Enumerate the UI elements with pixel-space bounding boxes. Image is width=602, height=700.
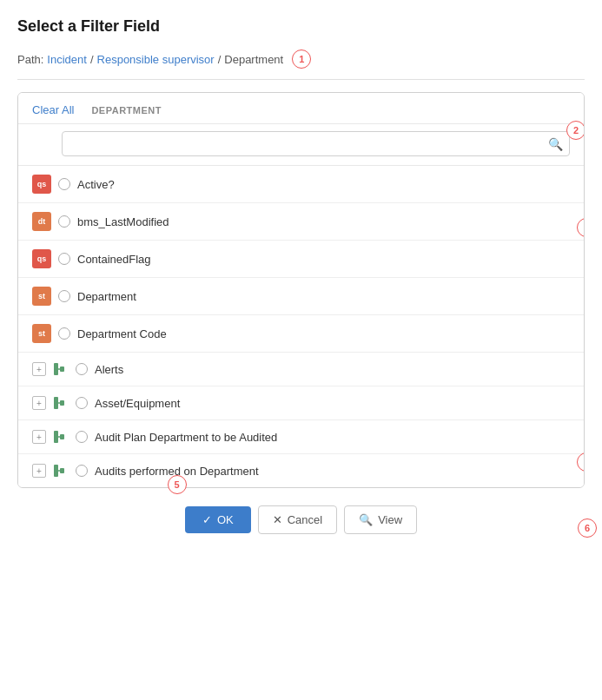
- relation-svg-icon: [53, 429, 69, 445]
- filter-panel: Clear All DEPARTMENT 🔍 2 3 4 qs Ac: [17, 92, 585, 488]
- path-label: Path:: [17, 53, 43, 66]
- svg-rect-9: [54, 465, 58, 477]
- svg-rect-10: [60, 468, 64, 473]
- search-input[interactable]: [62, 131, 570, 156]
- type-icon-qs: qs: [32, 175, 51, 194]
- radio-department[interactable]: [58, 290, 70, 302]
- field-row[interactable]: qs ContainedFlag: [18, 241, 584, 278]
- badge-3: 3: [577, 218, 585, 237]
- dialog-container: Select a Filter Field Path: Incident / R…: [17, 17, 585, 541]
- dialog-footer: 5 ✓ OK ✕ Cancel 🔍 View 6: [17, 502, 585, 541]
- badge-6: 6: [578, 518, 597, 538]
- path-department: Department: [224, 53, 283, 66]
- field-row[interactable]: + Audit Plan Department to be Audited: [18, 420, 584, 454]
- radio-bms-lastmodified[interactable]: [58, 215, 70, 228]
- type-icon-qs: qs: [32, 249, 51, 268]
- field-label: Alerts: [95, 363, 570, 376]
- type-icon-st: st: [32, 324, 51, 343]
- type-icon-st: st: [32, 287, 51, 306]
- svg-rect-7: [60, 434, 64, 439]
- relation-icon: [53, 429, 69, 445]
- expand-icon[interactable]: +: [32, 430, 46, 444]
- relation-svg-icon: [53, 395, 69, 411]
- path-incident[interactable]: Incident: [47, 53, 87, 66]
- radio-department-code[interactable]: [58, 327, 70, 340]
- relation-svg-icon: [53, 463, 69, 479]
- panel-header: Clear All DEPARTMENT: [18, 93, 584, 124]
- field-label: Department Code: [77, 327, 570, 340]
- field-row[interactable]: + Alerts: [18, 353, 584, 386]
- path-responsible-supervisor[interactable]: Responsible supervisor: [97, 53, 215, 66]
- svg-rect-4: [60, 400, 64, 406]
- type-icon-dt: dt: [32, 212, 51, 231]
- field-row[interactable]: + Audits performed on Department: [18, 454, 584, 487]
- radio-containedflag[interactable]: [58, 253, 70, 265]
- field-row[interactable]: st Department: [18, 278, 584, 315]
- ok-label: OK: [217, 513, 234, 526]
- search-icon: 🔍: [359, 513, 373, 526]
- badge-2: 2: [566, 121, 585, 140]
- dialog-title: Select a Filter Field: [17, 17, 585, 36]
- column-header: DEPARTMENT: [91, 105, 162, 116]
- relation-icon: [53, 361, 69, 377]
- radio-audit-plan[interactable]: [76, 431, 88, 443]
- ok-button[interactable]: ✓ OK: [185, 506, 251, 533]
- svg-rect-1: [60, 367, 64, 372]
- field-label: bms_LastModified: [77, 215, 570, 228]
- badge-4: 4: [577, 452, 585, 472]
- cancel-button[interactable]: ✕ Cancel: [258, 505, 337, 534]
- checkmark-icon: ✓: [202, 513, 212, 526]
- relation-icon: [53, 463, 69, 479]
- field-label: Audit Plan Department to be Audited: [95, 431, 570, 444]
- expand-icon[interactable]: +: [32, 362, 46, 376]
- badge-5: 5: [168, 475, 187, 494]
- search-row: 🔍 2: [18, 124, 584, 166]
- relation-icon: [53, 395, 69, 411]
- field-list: 3 4 qs Active? dt bms_LastModified qs: [18, 166, 584, 487]
- view-button[interactable]: 🔍 View: [344, 505, 417, 534]
- field-row[interactable]: + Asset/Equipment: [18, 386, 584, 420]
- field-row[interactable]: dt bms_LastModified: [18, 203, 584, 241]
- radio-alerts[interactable]: [76, 363, 88, 375]
- svg-rect-3: [54, 397, 58, 409]
- radio-asset-equipment[interactable]: [76, 397, 88, 409]
- radio-audits-performed[interactable]: [76, 465, 88, 477]
- clear-all-button[interactable]: Clear All: [32, 103, 74, 116]
- field-label: Asset/Equipment: [95, 397, 570, 410]
- expand-icon[interactable]: +: [32, 464, 46, 478]
- relation-svg-icon: [53, 361, 69, 377]
- field-label: Department: [77, 290, 570, 303]
- search-icon: 🔍: [548, 137, 563, 151]
- breadcrumb: Path: Incident / Responsible supervisor …: [17, 50, 585, 80]
- field-row[interactable]: st Department Code: [18, 315, 584, 353]
- field-row[interactable]: qs Active?: [18, 166, 584, 203]
- view-label: View: [378, 513, 402, 526]
- expand-icon[interactable]: +: [32, 396, 46, 410]
- radio-active[interactable]: [58, 178, 70, 190]
- svg-rect-6: [54, 431, 58, 443]
- close-icon: ✕: [273, 513, 282, 526]
- svg-rect-0: [54, 363, 58, 375]
- path-badge: 1: [292, 50, 311, 69]
- cancel-label: Cancel: [288, 513, 322, 526]
- field-label: Active?: [77, 178, 570, 191]
- field-label: ContainedFlag: [77, 253, 570, 266]
